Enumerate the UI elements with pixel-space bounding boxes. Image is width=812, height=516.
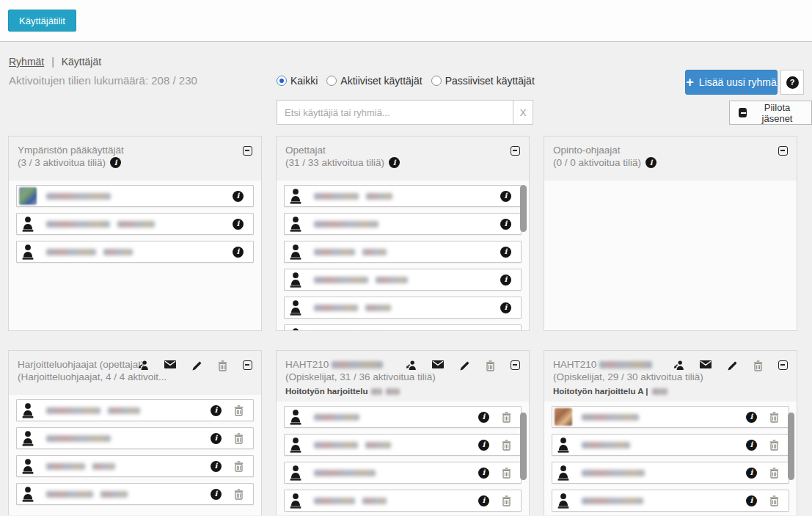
member-row[interactable] xyxy=(284,434,522,456)
delete-group-icon[interactable] xyxy=(753,360,763,371)
remove-member-icon[interactable] xyxy=(502,440,511,451)
member-row[interactable] xyxy=(284,462,522,484)
collapse-card-icon[interactable] xyxy=(511,146,520,156)
radio-icon[interactable] xyxy=(277,76,287,86)
group-members-list xyxy=(277,181,529,331)
radio-icon[interactable] xyxy=(326,76,337,86)
remove-member-icon[interactable] xyxy=(502,495,511,506)
user-export-icon[interactable] xyxy=(406,360,417,371)
member-info-icon[interactable] xyxy=(211,461,222,472)
member-info-icon[interactable] xyxy=(478,468,489,479)
member-info-icon[interactable] xyxy=(211,405,222,416)
member-info-icon[interactable] xyxy=(500,330,511,332)
group-info-icon[interactable] xyxy=(645,157,656,168)
remove-member-icon[interactable] xyxy=(234,433,244,444)
member-row[interactable] xyxy=(552,462,789,484)
clear-search-button[interactable]: X xyxy=(513,100,533,125)
member-row[interactable] xyxy=(284,406,522,428)
member-info-icon[interactable] xyxy=(746,412,757,423)
member-name-redacted xyxy=(43,491,128,498)
member-info-icon[interactable] xyxy=(500,302,511,313)
user-export-icon[interactable] xyxy=(673,360,684,371)
edit-group-icon[interactable] xyxy=(459,360,470,371)
radio-icon[interactable] xyxy=(431,76,442,86)
redacted-text xyxy=(117,221,155,228)
filter-radio-1[interactable]: Aktiiviset käyttäjät xyxy=(326,75,422,87)
member-row[interactable] xyxy=(16,241,254,263)
group-info-icon[interactable] xyxy=(389,157,400,168)
active-accounts-summary: Aktivoitujen tilien lukumäärä: 208 / 230 xyxy=(9,74,197,87)
member-info-icon[interactable] xyxy=(500,275,511,286)
user-export-icon[interactable] xyxy=(138,360,149,371)
member-info-icon[interactable] xyxy=(500,191,511,202)
delete-group-icon[interactable] xyxy=(218,360,227,371)
member-info-icon[interactable] xyxy=(746,440,757,451)
group-info-icon[interactable] xyxy=(110,157,121,168)
member-row[interactable] xyxy=(16,213,254,235)
member-row[interactable] xyxy=(284,297,522,319)
member-info-icon[interactable] xyxy=(500,219,511,230)
member-row[interactable] xyxy=(16,185,254,207)
member-info-icon[interactable] xyxy=(746,495,757,506)
member-row[interactable] xyxy=(284,269,522,291)
remove-member-icon[interactable] xyxy=(769,495,779,506)
member-info-icon[interactable] xyxy=(211,489,222,500)
member-info-icon[interactable] xyxy=(478,495,489,506)
edit-group-icon[interactable] xyxy=(727,360,738,371)
collapse-card-icon[interactable] xyxy=(243,146,252,156)
card-scrollbar-thumb[interactable] xyxy=(788,413,794,480)
email-group-icon[interactable] xyxy=(432,360,444,368)
collapse-card-icon[interactable] xyxy=(511,360,520,370)
member-row[interactable] xyxy=(16,399,254,421)
search-input[interactable] xyxy=(277,100,513,125)
person-silhouette-icon xyxy=(19,429,37,447)
member-row[interactable] xyxy=(16,455,254,477)
member-row[interactable] xyxy=(552,490,789,512)
card-scrollbar-thumb[interactable] xyxy=(520,413,527,480)
remove-member-icon[interactable] xyxy=(234,405,244,416)
collapse-card-icon[interactable] xyxy=(778,360,788,370)
member-info-icon[interactable] xyxy=(211,433,222,444)
remove-member-icon[interactable] xyxy=(769,468,779,479)
member-name-redacted xyxy=(579,498,643,504)
redacted-text xyxy=(365,305,391,311)
member-info-icon[interactable] xyxy=(500,247,511,258)
collapse-card-icon[interactable] xyxy=(778,146,788,156)
remove-member-icon[interactable] xyxy=(234,461,244,472)
remove-member-icon[interactable] xyxy=(502,468,511,479)
member-info-icon[interactable] xyxy=(233,219,244,230)
remove-member-icon[interactable] xyxy=(234,489,244,500)
remove-member-icon[interactable] xyxy=(769,412,779,423)
member-row[interactable] xyxy=(284,213,522,235)
member-row[interactable] xyxy=(284,490,522,512)
member-row[interactable] xyxy=(16,427,254,449)
filter-radio-0[interactable]: Kaikki xyxy=(277,75,318,87)
edit-group-icon[interactable] xyxy=(191,360,202,371)
member-row[interactable] xyxy=(284,185,522,207)
member-row[interactable] xyxy=(284,241,522,263)
breadcrumb-users-link[interactable]: Käyttäjät xyxy=(62,56,101,68)
help-button[interactable] xyxy=(780,70,804,95)
remove-member-icon[interactable] xyxy=(769,440,779,451)
card-scrollbar-thumb[interactable] xyxy=(520,185,527,232)
collapse-card-icon[interactable] xyxy=(243,360,252,370)
filter-radio-2[interactable]: Passiiviset käyttäjät xyxy=(431,75,535,87)
email-group-icon[interactable] xyxy=(164,360,176,368)
member-row[interactable] xyxy=(284,324,522,331)
delete-group-icon[interactable] xyxy=(486,360,495,371)
member-row[interactable] xyxy=(552,406,789,428)
hide-members-button[interactable]: Piilota jäsenet xyxy=(729,101,812,125)
member-info-icon[interactable] xyxy=(233,191,244,202)
add-group-button[interactable]: Lisää uusi ryhmä xyxy=(685,70,778,95)
member-row[interactable] xyxy=(552,434,789,456)
member-info-icon[interactable] xyxy=(233,247,244,258)
member-info-icon[interactable] xyxy=(478,412,489,423)
member-info-icon[interactable] xyxy=(478,440,489,451)
member-row[interactable] xyxy=(16,483,254,505)
member-info-icon[interactable] xyxy=(746,468,757,479)
redacted-text xyxy=(46,407,100,414)
breadcrumb-groups-link[interactable]: Ryhmät xyxy=(9,56,44,68)
kayttajatilit-button[interactable]: Käyttäjätilit xyxy=(8,10,76,32)
email-group-icon[interactable] xyxy=(700,360,712,368)
remove-member-icon[interactable] xyxy=(502,412,511,423)
